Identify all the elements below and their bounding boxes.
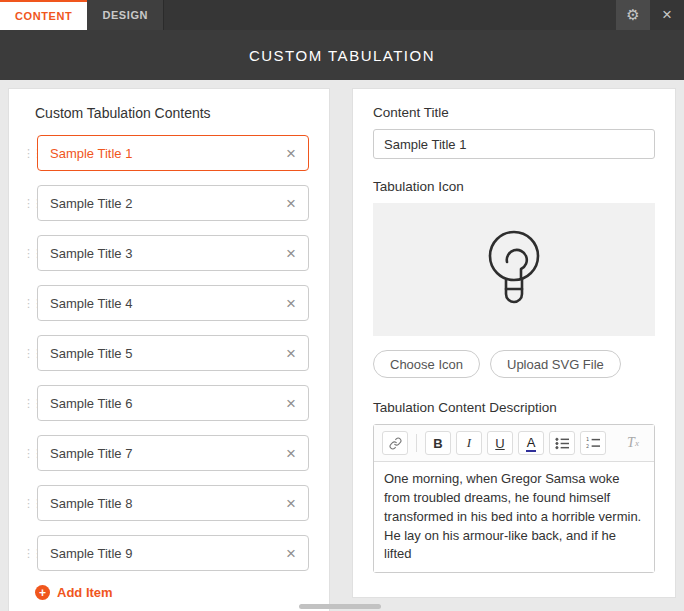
svg-text:1: 1 — [586, 437, 589, 442]
left-panel-heading: Custom Tabulation Contents — [35, 105, 309, 121]
svg-text:2: 2 — [586, 442, 589, 448]
choose-icon-button[interactable]: Choose Icon — [373, 350, 480, 378]
drag-handle-icon[interactable]: ⋮⋮ — [23, 548, 35, 559]
tab-item-2[interactable]: Sample Title 2 × — [37, 185, 309, 221]
add-item-button[interactable]: + Add Item — [35, 585, 309, 600]
left-panel: Custom Tabulation Contents ⋮⋮ Sample Tit… — [8, 88, 330, 611]
page-header: CUSTOM TABULATION — [0, 30, 684, 80]
plus-icon: + — [35, 585, 50, 600]
lightbulb-icon — [473, 226, 555, 314]
numbered-list-icon[interactable]: 1 2 — [580, 431, 606, 455]
list-item: ⋮⋮ Sample Title 3 × — [23, 235, 309, 271]
top-bar: CONTENT DESIGN ⚙ × — [0, 0, 684, 30]
item-label: Sample Title 9 — [50, 546, 132, 561]
remove-item-icon[interactable]: × — [286, 545, 296, 562]
toolbar-divider — [416, 434, 417, 452]
content-title-input[interactable] — [373, 129, 655, 159]
editor-toolbar: B I U A 1 2 — [374, 425, 654, 462]
remove-item-icon[interactable]: × — [286, 145, 296, 162]
tab-item-5[interactable]: Sample Title 5 × — [37, 335, 309, 371]
icon-buttons-row: Choose Icon Upload SVG File — [373, 350, 655, 378]
main-area: Custom Tabulation Contents ⋮⋮ Sample Tit… — [0, 80, 684, 611]
drag-handle-icon[interactable]: ⋮⋮ — [23, 348, 35, 359]
item-label: Sample Title 7 — [50, 446, 132, 461]
drag-handle-icon[interactable]: ⋮⋮ — [23, 298, 35, 309]
bullet-list-icon[interactable] — [549, 431, 575, 455]
clear-format-t: T — [627, 435, 635, 451]
list-item: ⋮⋮ Sample Title 1 × — [23, 135, 309, 171]
upload-svg-button[interactable]: Upload SVG File — [490, 350, 621, 378]
text-color-button[interactable]: A — [518, 431, 544, 455]
link-icon[interactable] — [382, 431, 408, 455]
item-label: Sample Title 4 — [50, 296, 132, 311]
item-label: Sample Title 1 — [50, 146, 132, 161]
drag-handle-icon[interactable]: ⋮⋮ — [23, 248, 35, 259]
drag-handle-icon[interactable]: ⋮⋮ — [23, 148, 35, 159]
clear-format-x: x — [635, 438, 639, 448]
page-title: CUSTOM TABULATION — [249, 47, 435, 64]
tab-item-4[interactable]: Sample Title 4 × — [37, 285, 309, 321]
list-item: ⋮⋮ Sample Title 8 × — [23, 485, 309, 521]
item-label: Sample Title 6 — [50, 396, 132, 411]
tab-item-9[interactable]: Sample Title 9 × — [37, 535, 309, 571]
list-item: ⋮⋮ Sample Title 5 × — [23, 335, 309, 371]
description-textarea[interactable]: One morning, when Gregor Samsa woke from… — [374, 462, 654, 572]
right-panel: Content Title Tabulation Icon Choose Ico… — [352, 88, 676, 598]
text-color-letter: A — [526, 435, 537, 452]
remove-item-icon[interactable]: × — [286, 445, 296, 462]
item-label: Sample Title 5 — [50, 346, 132, 361]
description-label: Tabulation Content Description — [373, 400, 655, 415]
clear-format-button[interactable]: Tx — [620, 431, 646, 455]
content-title-label: Content Title — [373, 105, 655, 120]
italic-button[interactable]: I — [456, 431, 482, 455]
tab-item-6[interactable]: Sample Title 6 × — [37, 385, 309, 421]
tabulation-icon-label: Tabulation Icon — [373, 179, 655, 194]
item-label: Sample Title 3 — [50, 246, 132, 261]
remove-item-icon[interactable]: × — [286, 345, 296, 362]
bold-button[interactable]: B — [425, 431, 451, 455]
horizontal-scrollbar-thumb[interactable] — [299, 604, 381, 609]
remove-item-icon[interactable]: × — [286, 395, 296, 412]
drag-handle-icon[interactable]: ⋮⋮ — [23, 448, 35, 459]
remove-item-icon[interactable]: × — [286, 245, 296, 262]
drag-handle-icon[interactable]: ⋮⋮ — [23, 198, 35, 209]
icon-preview-box — [373, 203, 655, 336]
remove-item-icon[interactable]: × — [286, 195, 296, 212]
list-item: ⋮⋮ Sample Title 6 × — [23, 385, 309, 421]
drag-handle-icon[interactable]: ⋮⋮ — [23, 398, 35, 409]
tab-design[interactable]: DESIGN — [87, 0, 164, 30]
drag-handle-icon[interactable]: ⋮⋮ — [23, 498, 35, 509]
tab-item-8[interactable]: Sample Title 8 × — [37, 485, 309, 521]
topbar-spacer — [164, 0, 616, 30]
item-label: Sample Title 2 — [50, 196, 132, 211]
tab-design-label: DESIGN — [102, 9, 148, 21]
tab-item-1[interactable]: Sample Title 1 × — [37, 135, 309, 171]
item-label: Sample Title 8 — [50, 496, 132, 511]
remove-item-icon[interactable]: × — [286, 295, 296, 312]
close-icon[interactable]: × — [650, 0, 684, 30]
tab-content-label: CONTENT — [15, 10, 72, 22]
list-item: ⋮⋮ Sample Title 9 × — [23, 535, 309, 571]
gear-icon[interactable]: ⚙ — [616, 0, 650, 30]
tab-item-7[interactable]: Sample Title 7 × — [37, 435, 309, 471]
remove-item-icon[interactable]: × — [286, 495, 296, 512]
list-item: ⋮⋮ Sample Title 4 × — [23, 285, 309, 321]
rich-text-editor: B I U A 1 2 — [373, 424, 655, 573]
add-item-label: Add Item — [57, 585, 113, 600]
tab-content[interactable]: CONTENT — [0, 0, 87, 30]
tab-item-3[interactable]: Sample Title 3 × — [37, 235, 309, 271]
list-item: ⋮⋮ Sample Title 7 × — [23, 435, 309, 471]
list-item: ⋮⋮ Sample Title 2 × — [23, 185, 309, 221]
underline-button[interactable]: U — [487, 431, 513, 455]
